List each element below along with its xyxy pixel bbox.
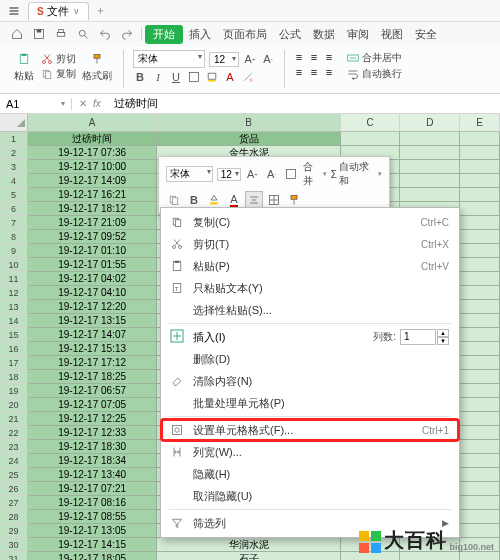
row-header[interactable]: 3	[0, 160, 28, 174]
home-icon[interactable]	[9, 26, 25, 42]
cell[interactable]: 19-12-17 08:16	[28, 496, 157, 510]
cell[interactable]	[460, 132, 500, 146]
cell[interactable]	[460, 230, 500, 244]
col-header-A[interactable]: A	[28, 114, 157, 131]
row-header[interactable]: 1	[0, 132, 28, 146]
row-header[interactable]: 31	[0, 552, 28, 560]
cell[interactable]: 19-12-17 12:20	[28, 300, 157, 314]
cell[interactable]: 华润水泥	[157, 538, 340, 552]
undo-icon[interactable]	[97, 26, 113, 42]
cell[interactable]	[460, 146, 500, 160]
row-header[interactable]: 28	[0, 510, 28, 524]
cell[interactable]	[460, 160, 500, 174]
align-top-right-icon[interactable]: ≡	[322, 50, 336, 64]
align-bottom-left-icon[interactable]: ≡	[292, 65, 306, 79]
row-header[interactable]: 25	[0, 468, 28, 482]
cell[interactable]: 19-12-17 01:10	[28, 244, 157, 258]
italic-icon[interactable]: I	[150, 69, 166, 85]
row-header[interactable]: 26	[0, 482, 28, 496]
row-header[interactable]: 6	[0, 202, 28, 216]
ctx-paste-special[interactable]: 选择性粘贴(S)...	[161, 299, 459, 321]
cell[interactable]	[460, 412, 500, 426]
col-header-B[interactable]: B	[157, 114, 340, 131]
clear-format-icon[interactable]	[240, 69, 256, 85]
font-color-icon[interactable]: A	[222, 69, 238, 85]
row-header[interactable]: 4	[0, 174, 28, 188]
ctx-delete[interactable]: 删除(D)	[161, 348, 459, 370]
save-icon[interactable]	[31, 26, 47, 42]
cell[interactable]: 19-12-17 07:21	[28, 482, 157, 496]
row-header[interactable]: 9	[0, 244, 28, 258]
cell[interactable]	[460, 482, 500, 496]
row-header[interactable]: 20	[0, 398, 28, 412]
align-top-left-icon[interactable]: ≡	[292, 50, 306, 64]
mini-merge-button[interactable]: 合并	[303, 160, 327, 188]
cell[interactable]	[460, 188, 500, 202]
cell[interactable]: 19-12-17 18:05	[28, 552, 157, 560]
row-header[interactable]: 15	[0, 328, 28, 342]
cell[interactable]: 19-12-17 13:15	[28, 314, 157, 328]
col-header-D[interactable]: D	[400, 114, 460, 131]
mini-increase-font-icon[interactable]: A+	[244, 165, 261, 183]
align-top-center-icon[interactable]: ≡	[307, 50, 321, 64]
cell[interactable]	[460, 202, 500, 216]
cell[interactable]: 19-12-17 18:30	[28, 440, 157, 454]
cell[interactable]	[460, 468, 500, 482]
spin-up-icon[interactable]: ▲	[437, 329, 449, 337]
app-menu-icon[interactable]	[7, 4, 21, 18]
fill-color-icon[interactable]	[204, 69, 220, 85]
align-bottom-center-icon[interactable]: ≡	[307, 65, 321, 79]
row-header[interactable]: 8	[0, 230, 28, 244]
row-header[interactable]: 10	[0, 258, 28, 272]
cell[interactable]: 19-12-17 01:55	[28, 258, 157, 272]
cell[interactable]	[460, 510, 500, 524]
cell[interactable]: 19-12-17 15:13	[28, 342, 157, 356]
ctx-clear[interactable]: 清除内容(N)	[161, 370, 459, 392]
ctx-paste-text[interactable]: T 只粘贴文本(Y)	[161, 277, 459, 299]
col-header-E[interactable]: E	[460, 114, 500, 131]
ctx-column-width[interactable]: 列宽(W)...	[161, 441, 459, 463]
increase-font-icon[interactable]: A+	[242, 51, 258, 67]
ctx-copy[interactable]: 复制(C) Ctrl+C	[161, 211, 459, 233]
workbook-tab[interactable]: S 文件 ∨	[28, 2, 89, 20]
tab-home[interactable]: 开始	[145, 25, 183, 44]
ctx-paste[interactable]: 粘贴(P) Ctrl+V	[161, 255, 459, 277]
mini-font-size[interactable]: 12	[217, 168, 241, 181]
ctx-cut[interactable]: 剪切(T) Ctrl+X	[161, 233, 459, 255]
paste-icon[interactable]	[16, 51, 32, 67]
cut-button[interactable]: 剪切	[40, 52, 76, 66]
col-header-C[interactable]: C	[341, 114, 401, 131]
preview-icon[interactable]	[75, 26, 91, 42]
cell[interactable]: 19-12-17 18:34	[28, 454, 157, 468]
cell[interactable]: 19-12-17 09:52	[28, 230, 157, 244]
row-header[interactable]: 27	[0, 496, 28, 510]
select-all-corner[interactable]	[0, 114, 28, 131]
cell[interactable]	[460, 356, 500, 370]
formula-input[interactable]: 过磅时间	[108, 96, 158, 111]
cell[interactable]: 19-12-17 18:25	[28, 370, 157, 384]
cell[interactable]	[400, 132, 460, 146]
cell[interactable]	[400, 188, 460, 202]
tab-pagelayout[interactable]: 页面布局	[217, 27, 273, 42]
cell[interactable]	[400, 146, 460, 160]
underline-icon[interactable]: U	[168, 69, 184, 85]
cell[interactable]: 19-12-17 14:09	[28, 174, 157, 188]
mini-decrease-font-icon[interactable]: A-	[263, 165, 280, 183]
cell[interactable]	[460, 398, 500, 412]
mini-border-icon[interactable]	[282, 165, 299, 183]
cell[interactable]: 19-12-17 16:21	[28, 188, 157, 202]
row-header[interactable]: 13	[0, 300, 28, 314]
cell[interactable]	[460, 370, 500, 384]
cell[interactable]: 19-12-17 13:40	[28, 468, 157, 482]
cell[interactable]: 19-12-17 04:10	[28, 286, 157, 300]
paste-label[interactable]: 粘贴	[14, 69, 34, 83]
row-header[interactable]: 5	[0, 188, 28, 202]
row-header[interactable]: 16	[0, 342, 28, 356]
cell[interactable]	[460, 216, 500, 230]
cell[interactable]: 19-12-17 17:12	[28, 356, 157, 370]
cell[interactable]	[460, 342, 500, 356]
cell[interactable]: 过磅时间	[28, 132, 157, 146]
row-header[interactable]: 18	[0, 370, 28, 384]
tab-security[interactable]: 安全	[409, 27, 443, 42]
row-header[interactable]: 21	[0, 412, 28, 426]
